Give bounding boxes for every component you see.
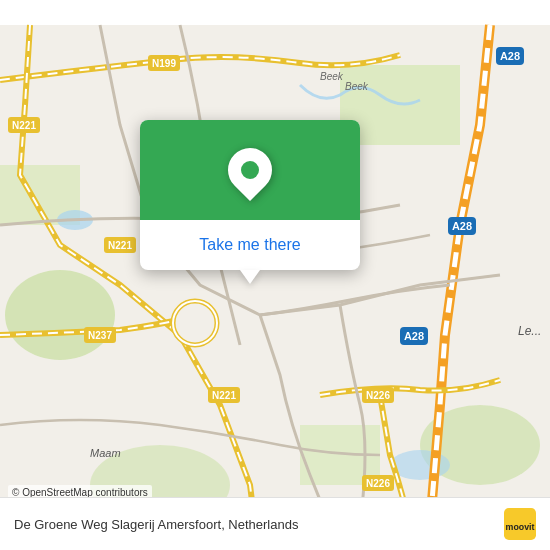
svg-text:Beek: Beek: [320, 71, 344, 82]
svg-text:N226: N226: [366, 478, 390, 489]
svg-text:Le...: Le...: [518, 324, 541, 338]
svg-text:Beek: Beek: [345, 81, 369, 92]
svg-text:N237: N237: [88, 330, 112, 341]
popup-card: Take me there: [140, 120, 360, 270]
footer-bar: De Groene Weg Slagerij Amersfoort, Nethe…: [0, 497, 550, 550]
popup-bottom: Take me there: [140, 220, 360, 270]
location-pin-icon: [219, 139, 281, 201]
svg-text:N199: N199: [152, 58, 176, 69]
popup-tail: [240, 270, 260, 284]
svg-text:A28: A28: [452, 220, 472, 232]
svg-text:N221: N221: [212, 390, 236, 401]
svg-text:A28: A28: [500, 50, 520, 62]
svg-text:N221: N221: [108, 240, 132, 251]
take-me-there-button[interactable]: Take me there: [199, 232, 300, 258]
moovit-icon: moovit: [504, 508, 536, 540]
svg-text:Maam: Maam: [90, 447, 121, 459]
svg-text:moovit: moovit: [506, 522, 535, 532]
map-container: N199 N221 N221 N221 N237 N226 N226 A28 A…: [0, 0, 550, 550]
moovit-logo: moovit: [504, 508, 536, 540]
map-svg: N199 N221 N221 N221 N237 N226 N226 A28 A…: [0, 0, 550, 550]
svg-text:A28: A28: [404, 330, 424, 342]
svg-point-1: [5, 270, 115, 360]
svg-text:N221: N221: [12, 120, 36, 131]
svg-text:N226: N226: [366, 390, 390, 401]
pin-center: [241, 161, 259, 179]
location-label: De Groene Weg Slagerij Amersfoort, Nethe…: [14, 517, 298, 532]
popup-top: [140, 120, 360, 220]
